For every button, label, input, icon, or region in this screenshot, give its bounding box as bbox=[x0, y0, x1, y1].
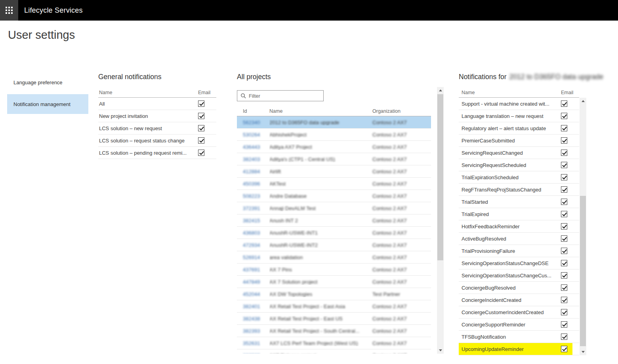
notification-name: PremierCaseSubmitted bbox=[459, 138, 561, 144]
email-checkbox[interactable] bbox=[198, 125, 204, 131]
email-checkbox[interactable] bbox=[561, 272, 567, 279]
project-id: 436803 bbox=[243, 230, 260, 236]
project-row[interactable]: 526914 area validation Contoso 2 AX7 bbox=[237, 251, 431, 264]
column-header-id: Id bbox=[237, 108, 269, 114]
project-row[interactable]: 412884 Airlift Contoso 2 AX7 bbox=[237, 165, 431, 178]
scroll-down-button[interactable] bbox=[437, 347, 444, 354]
page-title: User settings bbox=[8, 28, 75, 42]
project-row[interactable]: 437691 AX 7 Pins Contoso 2 AX7 bbox=[237, 264, 431, 276]
notifications-scrollbar bbox=[580, 98, 586, 355]
scroll-down-button[interactable] bbox=[580, 349, 586, 355]
project-id: 372391 bbox=[243, 205, 260, 211]
sidebar: Language preference Notification managem… bbox=[7, 72, 88, 116]
email-checkbox[interactable] bbox=[561, 113, 567, 119]
project-organization: Contoso 2 AX7 bbox=[372, 144, 407, 150]
project-name: AX Retail Test Project - East Asia bbox=[269, 303, 345, 309]
app-launcher-button[interactable] bbox=[0, 0, 18, 21]
email-checkbox[interactable] bbox=[561, 137, 567, 144]
sidebar-item-language-preference[interactable]: Language preference bbox=[7, 72, 88, 92]
arrow-up-icon bbox=[582, 100, 585, 102]
email-checkbox[interactable] bbox=[561, 309, 567, 315]
scroll-up-button[interactable] bbox=[437, 87, 444, 94]
notification-row: ServicingOperationStatusChangeCus... bbox=[459, 269, 579, 282]
email-checkbox[interactable] bbox=[561, 284, 567, 291]
notification-row: LCS solution – new request bbox=[98, 122, 216, 135]
notification-row: Language translation – new request bbox=[459, 110, 579, 122]
projects-scrollbar bbox=[437, 87, 444, 354]
notification-name: HotfixFeedbackReminder bbox=[459, 224, 561, 229]
project-id: 452044 bbox=[243, 291, 260, 297]
notification-row: ServicingRequestChanged bbox=[459, 147, 579, 159]
email-checkbox[interactable] bbox=[198, 100, 204, 107]
email-checkbox[interactable] bbox=[561, 248, 567, 254]
project-id: 382401 bbox=[243, 303, 260, 309]
project-name: Airlift bbox=[269, 169, 281, 174]
project-name: AX Retail Test Project - South Central..… bbox=[269, 328, 359, 334]
notification-name: All bbox=[98, 101, 198, 107]
scroll-thumb[interactable] bbox=[580, 196, 586, 346]
email-checkbox[interactable] bbox=[561, 260, 567, 266]
project-row[interactable]: 372391 Annaji DevALM Test Contoso 2 AX7 bbox=[237, 202, 431, 214]
project-row[interactable]: 382415 Anush INT 2 Contoso 2 AX7 bbox=[237, 214, 431, 227]
project-row[interactable]: 382403 Aditya's (CTP1 - Central US) Cont… bbox=[237, 153, 431, 165]
project-row[interactable]: 382393 AX Retail Test Project - South Ce… bbox=[237, 325, 431, 337]
project-id: 447849 bbox=[243, 279, 260, 285]
email-checkbox[interactable] bbox=[561, 125, 567, 131]
email-checkbox[interactable] bbox=[561, 186, 567, 193]
project-row[interactable]: 436803 AnushR-USWE-INT1 Contoso 2 AX7 bbox=[237, 227, 431, 239]
project-row[interactable]: 382438 AX Retail Test Project - East US … bbox=[237, 313, 431, 325]
email-checkbox[interactable] bbox=[198, 150, 204, 156]
email-checkbox[interactable] bbox=[561, 150, 567, 156]
project-row[interactable]: 452044 AX DW Topologies Test Partner bbox=[237, 288, 431, 300]
notification-row: ServicingOperationStatusChangeDSE bbox=[459, 257, 579, 269]
notification-name: TrialExpired bbox=[459, 211, 561, 217]
notification-name: ServicingRequestScheduled bbox=[459, 162, 561, 168]
project-row[interactable]: 472934 AnushR-USWE-INT2 Contoso 2 AX7 bbox=[237, 239, 431, 251]
project-id: 450396 bbox=[243, 181, 260, 187]
project-organization: Contoso 2 AX7 bbox=[372, 132, 407, 138]
email-checkbox[interactable] bbox=[198, 113, 204, 119]
project-id: 382415 bbox=[243, 218, 260, 224]
email-checkbox[interactable] bbox=[561, 346, 567, 352]
project-row[interactable]: 352631 AX7 LCS Perf Team Project (West U… bbox=[237, 337, 431, 349]
email-checkbox[interactable] bbox=[561, 297, 567, 303]
project-row[interactable]: 450396 AKTest Contoso 2 AX7 bbox=[237, 178, 431, 190]
project-name: AbhishekProject bbox=[269, 132, 307, 138]
project-row[interactable]: 562340 2012 to D365FO data upgrade Conto… bbox=[237, 116, 431, 129]
project-id: 412884 bbox=[243, 169, 260, 174]
project-name: AX 7 Pins bbox=[269, 267, 292, 273]
email-checkbox[interactable] bbox=[561, 211, 567, 217]
notification-name: Support - virtual machine created wit... bbox=[459, 101, 561, 107]
project-id: 382393 bbox=[243, 328, 260, 334]
sidebar-item-notification-management[interactable]: Notification management bbox=[7, 94, 88, 114]
notification-row: TFSBugNotification bbox=[459, 331, 579, 343]
email-checkbox[interactable] bbox=[561, 223, 567, 229]
email-checkbox[interactable] bbox=[561, 334, 567, 340]
project-notifications-title: Notifications for2012 to D365FO data upg… bbox=[459, 72, 579, 81]
email-checkbox[interactable] bbox=[561, 235, 567, 242]
project-organization: Contoso 2 AX7 bbox=[372, 218, 407, 224]
sidebar-item-label: Language preference bbox=[13, 80, 63, 85]
email-checkbox[interactable] bbox=[561, 162, 567, 168]
project-filter-input[interactable] bbox=[249, 93, 320, 99]
email-checkbox[interactable] bbox=[198, 137, 204, 144]
project-row[interactable]: 436443 Aditya AX7 Project Contoso 2 AX7 bbox=[237, 141, 431, 153]
project-row[interactable]: 508223 Andre Database Contoso 2 AX7 bbox=[237, 190, 431, 202]
notification-row: New project invitation bbox=[98, 110, 216, 122]
project-row[interactable]: 368929 AX7 Release project Contoso 2 AX7 bbox=[237, 349, 431, 354]
scroll-up-button[interactable] bbox=[580, 98, 586, 104]
email-checkbox[interactable] bbox=[561, 100, 567, 107]
column-header-email: Email bbox=[561, 90, 579, 95]
scroll-thumb[interactable] bbox=[437, 94, 443, 260]
project-row[interactable]: 382401 AX Retail Test Project - East Asi… bbox=[237, 300, 431, 313]
email-checkbox[interactable] bbox=[561, 321, 567, 328]
email-checkbox[interactable] bbox=[561, 174, 567, 180]
project-row[interactable]: 447849 AX 7 Solution project Contoso 2 A… bbox=[237, 276, 431, 288]
project-name: AnushR-USWE-INT1 bbox=[269, 230, 318, 236]
email-checkbox[interactable] bbox=[561, 199, 567, 205]
project-id: 562340 bbox=[243, 119, 260, 125]
project-id: 368929 bbox=[243, 353, 260, 354]
general-notifications-title: General notifications bbox=[98, 72, 216, 81]
project-row[interactable]: 530264 AbhishekProject Contoso 2 AX7 bbox=[237, 129, 431, 141]
general-notifications-table: Name Email All New project invitation LC… bbox=[98, 87, 216, 159]
